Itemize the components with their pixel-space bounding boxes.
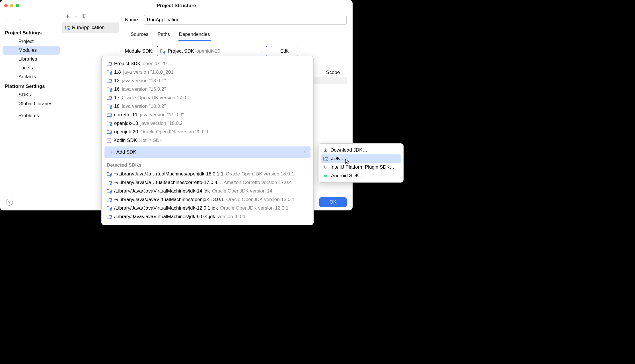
sdk-option-name: 16 <box>114 86 120 92</box>
svg-rect-5 <box>84 14 86 17</box>
submenu-item-label: IntelliJ Platform Plugin SDK… <box>330 164 394 170</box>
nav-facets[interactable]: Facets <box>3 64 60 72</box>
plugin-icon <box>323 165 328 169</box>
plus-icon <box>110 150 114 154</box>
sdk-option[interactable]: 17 Oracle OpenJDK version 17.0.1 <box>102 94 313 102</box>
copy-module-icon[interactable] <box>82 14 87 20</box>
module-item[interactable]: RunApplication <box>62 22 119 33</box>
remove-module-icon[interactable]: − <box>74 14 77 20</box>
jdk-icon <box>160 49 165 54</box>
ok-button[interactable]: OK <box>319 197 347 207</box>
detected-sdk-option[interactable]: ~/Library/Java/JavaVirtualMachines/openj… <box>102 195 313 204</box>
detected-sdks-header: Detected SDKs <box>102 160 313 170</box>
maximize-window-icon[interactable] <box>16 4 19 7</box>
module-item-label: RunApplication <box>72 25 104 30</box>
add-sdk-submenu: Download JDK…JDK…IntelliJ Platform Plugi… <box>318 143 404 183</box>
jdk-icon <box>107 104 112 109</box>
nav-modules[interactable]: Modules <box>3 46 60 55</box>
add-sdk-label: Add SDK <box>116 149 136 155</box>
sdk-option[interactable]: corretto-11 java version "11.0.9" <box>102 111 313 119</box>
window-title: Project Structure <box>157 3 196 9</box>
sdk-option[interactable]: Project SDK openjdk-20 <box>102 59 313 68</box>
sdk-option[interactable]: openjdk-20 Oracle OpenJDK version 20.0.1 <box>102 128 313 136</box>
close-window-icon[interactable] <box>4 4 8 7</box>
nav-problems[interactable]: Problems <box>3 108 60 120</box>
add-sdk-item[interactable]: Add SDK› <box>104 146 311 158</box>
chevron-down-icon: ⌄ <box>260 49 264 53</box>
jdk-icon <box>107 214 112 219</box>
detected-sdk-option[interactable]: /Library/Java/JavaVirtualMachines/jdk-14… <box>102 187 313 195</box>
edit-sdk-button[interactable]: Edit <box>271 46 298 56</box>
minimize-window-icon[interactable] <box>10 4 13 7</box>
sdk-option-detail: java version "13.0.1" <box>122 78 166 84</box>
nav-global-libraries[interactable]: Global Libraries <box>3 100 60 108</box>
jdk-icon <box>107 70 112 75</box>
jdk-icon <box>107 171 112 177</box>
jdk-icon <box>107 206 112 211</box>
submenu-item-label: Android SDK… <box>331 173 364 179</box>
nav-artifacts[interactable]: Artifacts <box>3 73 60 81</box>
sdk-option-name: 1.8 <box>114 69 121 75</box>
module-sdk-dropdown[interactable]: Project SDK openjdk-20 ⌄ <box>157 46 267 57</box>
module-sdk-label: Module SDK: <box>125 48 153 54</box>
submenu-item[interactable]: Download JDK… <box>318 146 403 154</box>
detected-sdk-path: ~/Library/Java/Ja…rtualMachines/openjdk-… <box>114 171 223 177</box>
detected-sdk-option[interactable]: /Library/Java/JavaVirtualMachines/jdk-12… <box>102 204 313 212</box>
scope-column-header: Scope <box>326 70 340 75</box>
add-module-icon[interactable] <box>65 14 70 20</box>
forward-icon[interactable]: → <box>16 16 22 23</box>
help-icon[interactable]: ? <box>6 199 13 206</box>
section-platform-settings: Platform Settings <box>0 81 62 90</box>
chevron-right-icon: › <box>304 149 305 155</box>
tab-paths[interactable]: Paths <box>157 30 170 41</box>
detected-sdk-detail: Amazon Corretto version 17.0.4 <box>224 180 292 185</box>
nav-project[interactable]: Project <box>3 37 60 46</box>
sdk-option[interactable]: 18 java version "18.0.2" <box>102 102 313 111</box>
sdk-option-name: corretto-11 <box>114 112 137 118</box>
titlebar: Project Structure <box>0 0 352 11</box>
module-name-input[interactable] <box>144 15 347 25</box>
tab-dependencies[interactable]: Dependencies <box>178 30 211 41</box>
detected-sdk-detail: Oracle OpenJDK version 12.0.1 <box>220 205 288 211</box>
sdk-option-name: Kotlin SDK <box>114 138 137 143</box>
jdk-icon <box>107 129 112 135</box>
detected-sdk-option[interactable]: ~/Library/Java/Ja…rtualMachines/openjdk-… <box>102 170 313 178</box>
sdk-option[interactable]: 16 java version "16.0.2" <box>102 85 313 94</box>
module-tabs: Sources Paths Dependencies <box>125 30 347 41</box>
sdk-option-detail: java version "11.0.9" <box>140 112 184 118</box>
jdk-icon <box>107 87 112 92</box>
detected-sdk-option[interactable]: /Library/Java/JavaVirtualMachines/jdk-9.… <box>102 212 313 221</box>
sdk-option-detail: Oracle OpenJDK version 17.0.1 <box>122 95 190 101</box>
name-label: Name: <box>125 17 139 23</box>
detected-sdk-detail: Oracle OpenJDK version 18.0.1 <box>226 171 294 177</box>
detected-sdk-detail: Oracle OpenJDK version 14 <box>212 188 272 194</box>
sdk-option[interactable]: Kotlin SDK Kotlin SDK <box>102 136 313 145</box>
sdk-option-name: 18 <box>114 104 120 109</box>
back-icon[interactable]: ← <box>5 16 11 23</box>
sdk-option[interactable]: 1.8 java version "1.8.0_201" <box>102 68 313 76</box>
nav-libraries[interactable]: Libraries <box>3 55 60 63</box>
sdk-option-name: Project SDK <box>114 61 141 67</box>
sdk-selected-detail: openjdk-20 <box>196 48 220 54</box>
detected-sdk-path: /Library/Java/JavaVirtualMachines/jdk-14… <box>114 188 210 194</box>
module-icon <box>65 25 70 30</box>
jdk-icon <box>107 95 112 100</box>
section-project-settings: Project Settings <box>0 28 62 37</box>
jdk-icon <box>107 197 112 202</box>
submenu-item[interactable]: Android SDK… <box>318 171 403 180</box>
submenu-item[interactable]: IntelliJ Platform Plugin SDK… <box>318 163 403 171</box>
submenu-item-label: JDK… <box>331 156 345 162</box>
jdk-icon <box>107 121 112 126</box>
sdk-option-detail: java version "16.0.2" <box>122 86 166 92</box>
nav-sdks[interactable]: SDKs <box>3 91 60 99</box>
settings-nav: ← → Project Settings Project Modules Lib… <box>0 11 62 210</box>
detected-sdk-detail: version 9.0.4 <box>217 214 245 220</box>
sdk-option-name: openjdk-20 <box>114 129 138 135</box>
sdk-dropdown-popup: Project SDK openjdk-201.8 java version "… <box>101 56 314 225</box>
tab-sources[interactable]: Sources <box>130 30 149 41</box>
jdk-icon <box>107 112 112 117</box>
sdk-option[interactable]: 13 java version "13.0.1" <box>102 76 313 85</box>
sdk-option[interactable]: openjdk-18 java version "18.0.2" <box>102 119 313 128</box>
submenu-item[interactable]: JDK… <box>321 154 401 163</box>
detected-sdk-option[interactable]: ~/Library/Java/Ja…tualMachines/corretto-… <box>102 178 313 187</box>
